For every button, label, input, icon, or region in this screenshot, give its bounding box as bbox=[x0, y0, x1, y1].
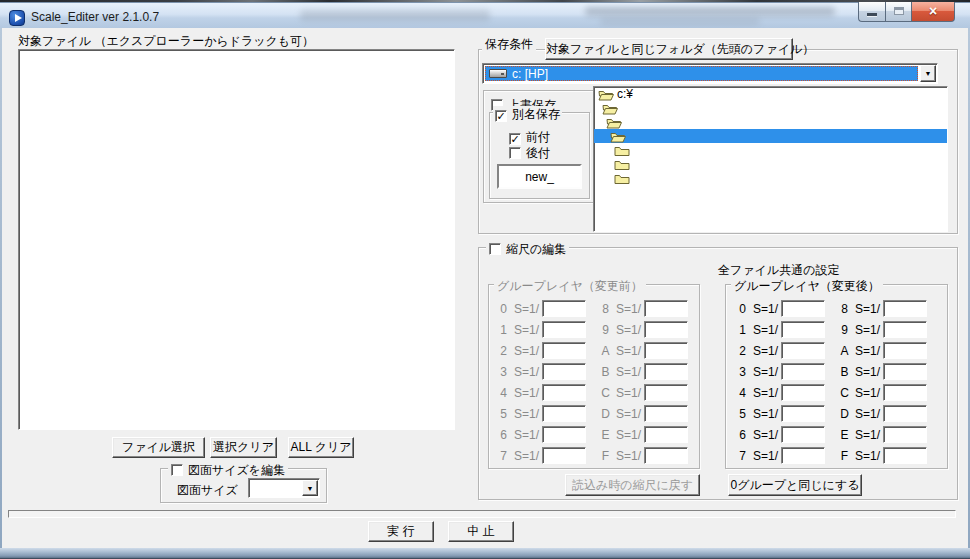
scale-row: 4S=1/CS=1/ bbox=[738, 382, 943, 403]
scale-input-before-F[interactable] bbox=[644, 447, 688, 464]
rename-input[interactable] bbox=[499, 166, 580, 187]
scale-input-after-3[interactable] bbox=[781, 363, 825, 380]
scale-input-before-1[interactable] bbox=[542, 321, 586, 338]
scale-prefix-label: S=1/ bbox=[753, 428, 778, 442]
scale-prefix-label: S=1/ bbox=[514, 386, 539, 400]
prefix-checkbox[interactable]: ✓前付 bbox=[509, 129, 550, 146]
scale-id-label: E bbox=[601, 428, 610, 442]
scale-prefix-label: S=1/ bbox=[855, 302, 880, 316]
save-as-checkbox[interactable]: ✓別名保存 bbox=[493, 106, 562, 123]
drawing-size-combobox[interactable]: ▼ bbox=[248, 478, 320, 498]
scale-prefix-label: S=1/ bbox=[753, 365, 778, 379]
scale-input-before-6[interactable] bbox=[542, 426, 586, 443]
checkbox-icon[interactable]: ✓ bbox=[509, 133, 521, 145]
drawing-size-edit-checkbox[interactable]: 図面サイズを編集 bbox=[168, 462, 288, 479]
scale-prefix-label: S=1/ bbox=[616, 449, 641, 463]
scale-input-before-D[interactable] bbox=[644, 405, 688, 422]
minimize-button[interactable] bbox=[858, 2, 885, 22]
scale-row: 0S=1/8S=1/ bbox=[499, 298, 695, 319]
scale-input-after-F[interactable] bbox=[883, 447, 927, 464]
scale-id-label: F bbox=[601, 449, 610, 463]
scale-input-after-B[interactable] bbox=[883, 363, 927, 380]
scale-input-after-E[interactable] bbox=[883, 426, 927, 443]
folder-row[interactable] bbox=[594, 115, 947, 129]
group-layer-before-groupbox: 0S=1/8S=1/1S=1/9S=1/2S=1/AS=1/3S=1/BS=1/… bbox=[488, 284, 700, 469]
scale-prefix-label: S=1/ bbox=[514, 449, 539, 463]
folder-row[interactable] bbox=[594, 101, 947, 115]
scale-edit-checkbox[interactable]: 縮尺の編集 bbox=[486, 241, 569, 258]
scale-input-after-4[interactable] bbox=[781, 384, 825, 401]
checkbox-icon[interactable] bbox=[489, 243, 501, 255]
folder-row[interactable] bbox=[594, 143, 947, 157]
same-folder-button[interactable]: 対象ファイルと同じフォルダ（先頭のファイル） bbox=[545, 38, 793, 60]
group-layer-after-groupbox: 0S=1/8S=1/1S=1/9S=1/2S=1/AS=1/3S=1/BS=1/… bbox=[725, 284, 948, 469]
maximize-button[interactable] bbox=[885, 2, 912, 22]
scale-input-after-6[interactable] bbox=[781, 426, 825, 443]
scale-id-label: 0 bbox=[738, 302, 747, 316]
scale-id-label: 8 bbox=[601, 302, 610, 316]
run-button[interactable]: 実 行 bbox=[368, 521, 434, 542]
scale-prefix-label: S=1/ bbox=[616, 365, 641, 379]
scale-input-before-4[interactable] bbox=[542, 384, 586, 401]
save-as-label: 別名保存 bbox=[512, 107, 560, 121]
scale-input-after-C[interactable] bbox=[883, 384, 927, 401]
checkbox-icon[interactable] bbox=[509, 147, 521, 159]
scale-id-label: 9 bbox=[840, 323, 849, 337]
scale-input-after-A[interactable] bbox=[883, 342, 927, 359]
scale-editer-window: Scale_Editer ver 2.1.0.7 × 対象ファイル （エクスプロ… bbox=[0, 0, 970, 559]
folder-closed-icon bbox=[614, 158, 630, 171]
folder-row[interactable] bbox=[594, 157, 947, 171]
scale-prefix-label: S=1/ bbox=[855, 407, 880, 421]
folder-row[interactable] bbox=[594, 171, 947, 185]
scale-input-after-1[interactable] bbox=[781, 321, 825, 338]
scale-input-before-B[interactable] bbox=[644, 363, 688, 380]
chevron-down-icon[interactable]: ▼ bbox=[302, 480, 318, 496]
scale-input-after-0[interactable] bbox=[781, 300, 825, 317]
folder-tree-listbox[interactable]: c:¥ bbox=[593, 86, 948, 232]
scale-prefix-label: S=1/ bbox=[855, 386, 880, 400]
suffix-checkbox[interactable]: 後付 bbox=[509, 145, 550, 162]
same-as-group0-button[interactable]: 0グループと同じにする bbox=[728, 474, 862, 496]
close-button[interactable]: × bbox=[912, 2, 955, 22]
scale-input-before-0[interactable] bbox=[542, 300, 586, 317]
scale-id-label: 7 bbox=[738, 449, 747, 463]
scale-input-before-2[interactable] bbox=[542, 342, 586, 359]
scale-input-before-9[interactable] bbox=[644, 321, 688, 338]
scale-input-before-5[interactable] bbox=[542, 405, 586, 422]
scale-input-after-D[interactable] bbox=[883, 405, 927, 422]
scale-rows-before: 0S=1/8S=1/1S=1/9S=1/2S=1/AS=1/3S=1/BS=1/… bbox=[499, 298, 695, 466]
file-select-button[interactable]: ファイル選択 bbox=[112, 437, 205, 458]
scale-input-after-8[interactable] bbox=[883, 300, 927, 317]
scale-input-after-2[interactable] bbox=[781, 342, 825, 359]
scale-prefix-label: S=1/ bbox=[753, 407, 778, 421]
clear-all-button[interactable]: ALL クリア bbox=[288, 437, 354, 458]
scale-prefix-label: S=1/ bbox=[514, 323, 539, 337]
scale-input-before-A[interactable] bbox=[644, 342, 688, 359]
window-title: Scale_Editer ver 2.1.0.7 bbox=[31, 10, 159, 24]
restore-scale-button[interactable]: 読込み時の縮尺に戻す bbox=[565, 474, 700, 496]
scale-input-before-C[interactable] bbox=[644, 384, 688, 401]
scale-input-before-8[interactable] bbox=[644, 300, 688, 317]
app-icon bbox=[9, 10, 25, 26]
scale-input-before-3[interactable] bbox=[542, 363, 586, 380]
folder-row[interactable]: c:¥ bbox=[594, 87, 947, 101]
scale-input-before-7[interactable] bbox=[542, 447, 586, 464]
checkbox-icon[interactable]: ✓ bbox=[495, 110, 507, 122]
folder-row[interactable] bbox=[594, 129, 947, 143]
stop-button[interactable]: 中 止 bbox=[448, 521, 514, 542]
scale-id-label: 1 bbox=[738, 323, 747, 337]
play-icon bbox=[15, 14, 22, 22]
checkbox-icon[interactable] bbox=[171, 464, 183, 476]
scale-row: 2S=1/AS=1/ bbox=[499, 340, 695, 361]
drive-combobox[interactable]: c: [HP] ▼ bbox=[482, 63, 938, 84]
scale-input-before-E[interactable] bbox=[644, 426, 688, 443]
scale-input-after-9[interactable] bbox=[883, 321, 927, 338]
scale-row: 1S=1/9S=1/ bbox=[738, 319, 943, 340]
scale-input-after-5[interactable] bbox=[781, 405, 825, 422]
titlebar[interactable]: Scale_Editer ver 2.1.0.7 bbox=[0, 2, 970, 28]
chevron-down-icon[interactable]: ▼ bbox=[920, 65, 936, 82]
clear-selection-button[interactable]: 選択クリア bbox=[210, 437, 277, 458]
target-files-listbox[interactable] bbox=[18, 49, 455, 430]
scale-input-after-7[interactable] bbox=[781, 447, 825, 464]
drive-icon bbox=[489, 69, 507, 78]
